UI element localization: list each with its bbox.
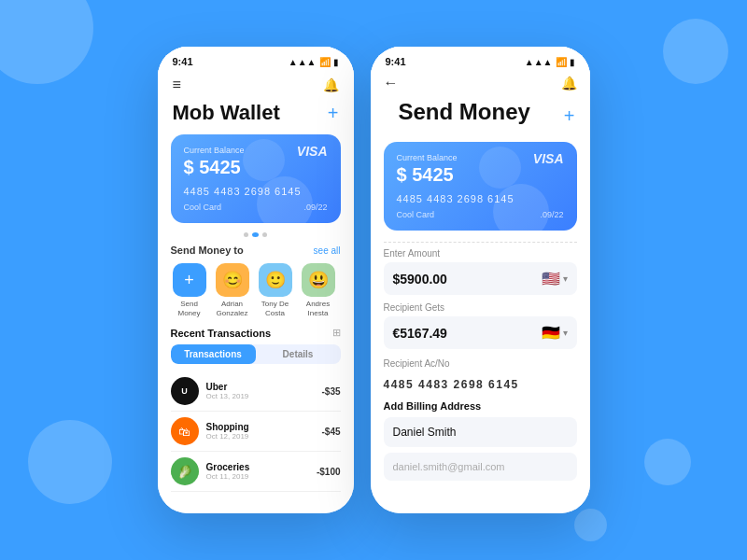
card-number-left: 4485 4483 2698 6145 [184, 186, 328, 197]
add-button-left[interactable]: + [328, 103, 339, 124]
transaction-shopping: 🛍 Shopping Oct 12, 2019 -$45 [171, 412, 341, 452]
recipient-acno-label: Recipient Ac/No [371, 357, 590, 371]
card-expiry-right: .09/22 [540, 210, 563, 219]
wifi-icon: 📶 [319, 57, 331, 67]
shopping-amount: -$45 [321, 427, 340, 437]
uber-date: Oct 13, 2019 [206, 392, 322, 400]
chevron-down-icon-2: ▾ [563, 328, 568, 338]
chevron-down-icon: ▾ [563, 273, 568, 284]
recipient-value[interactable]: €5167.49 [393, 326, 534, 341]
transactions-tabs: Transactions Details [171, 344, 341, 364]
see-all-link[interactable]: see all [314, 245, 341, 256]
card-left: Current Balance $ 5425 4485 4483 2698 61… [171, 134, 341, 223]
amount-currency-selector[interactable]: 🇺🇸 ▾ [542, 270, 568, 287]
recipient-acno-value: 4485 4483 2698 6145 [371, 374, 590, 397]
transactions-header: Recent Transactions ⊞ [158, 327, 354, 344]
groceries-icon: 🥬 [171, 457, 199, 485]
menu-icon[interactable]: ≡ [173, 77, 181, 93]
contact-avatar-andres: 😃 [302, 263, 335, 297]
battery-icon-right: ▮ [570, 57, 575, 67]
transaction-info-shopping: Shopping Oct 12, 2019 [206, 422, 322, 441]
status-time-right: 9:41 [386, 56, 406, 67]
billing-address-label: Add Billing Address [371, 397, 590, 417]
groceries-amount: -$100 [317, 467, 341, 477]
status-icons-left: ▲▲▲ 📶 ▮ [289, 57, 339, 67]
card-expiry-left: .09/22 [303, 203, 327, 212]
contact-tony[interactable]: 🙂 Tony DeCosta [257, 263, 294, 317]
contact-avatar-tony: 🙂 [259, 263, 292, 297]
contact-send-label: SendMoney [177, 300, 200, 317]
recipient-gets-label: Recipient Gets [384, 302, 577, 313]
contact-andres[interactable]: 😃 AndresInesta [300, 263, 337, 317]
transaction-info-uber: Uber Oct 13, 2019 [206, 382, 322, 400]
bell-icon-left[interactable]: 🔔 [323, 77, 339, 92]
groceries-date: Oct 11, 2019 [206, 472, 317, 481]
de-flag: 🇩🇪 [542, 324, 560, 342]
contact-name-tony: Tony DeCosta [261, 300, 289, 317]
status-bar-right: 9:41 ▲▲▲ 📶 ▮ [371, 47, 590, 71]
back-arrow[interactable]: ← [384, 75, 399, 91]
transaction-info-groceries: Groceries Oct 11, 2019 [206, 462, 317, 481]
send-money-avatar: + [173, 263, 206, 297]
phone-right: 9:41 ▲▲▲ 📶 ▮ ← 🔔 Send Money + [371, 47, 590, 513]
amount-row[interactable]: $5900.00 🇺🇸 ▾ [384, 262, 577, 295]
page-header-left: Mob Wallet + [158, 97, 354, 134]
wifi-icon-right: 📶 [556, 57, 567, 67]
transactions-title: Recent Transactions [171, 328, 272, 339]
card-number-right: 4485 4483 2698 6145 [397, 193, 564, 204]
page-header-right: Send Money + [371, 95, 590, 142]
shopping-name: Shopping [206, 422, 322, 432]
nav-bar-right: ← 🔔 [371, 71, 590, 95]
uber-icon: U [171, 377, 199, 405]
us-flag: 🇺🇸 [542, 270, 560, 287]
visa-brand-left: VISA [297, 144, 328, 159]
signal-icon: ▲▲▲ [289, 57, 317, 67]
contacts-row: + SendMoney 😊 AdrianGonzalez 🙂 Tony DeCo… [158, 263, 354, 327]
tab-details[interactable]: Details [256, 344, 341, 364]
card-divider [384, 242, 577, 243]
transaction-uber: U Uber Oct 13, 2019 -$35 [171, 371, 341, 412]
transaction-groceries: 🥬 Groceries Oct 11, 2019 -$100 [171, 452, 341, 492]
status-time-left: 9:41 [173, 56, 193, 67]
uber-name: Uber [206, 382, 322, 392]
status-icons-right: ▲▲▲ 📶 ▮ [525, 57, 575, 67]
phones-container: 9:41 ▲▲▲ 📶 ▮ ≡ 🔔 Mob Wallet + [158, 47, 590, 513]
send-section-header: Send Money to see all [158, 245, 354, 263]
recipient-row[interactable]: €5167.49 🇩🇪 ▾ [384, 316, 577, 349]
transactions-menu-icon[interactable]: ⊞ [332, 327, 341, 339]
contact-send-money[interactable]: + SendMoney [171, 263, 208, 317]
card-right: Current Balance $ 5425 4485 4483 2698 61… [384, 142, 577, 231]
shopping-date: Oct 12, 2019 [206, 432, 322, 441]
card-dots [158, 232, 354, 237]
page-title-right: Send Money [386, 99, 543, 133]
enter-amount-label: Enter Amount [384, 248, 577, 259]
card-name-left: Cool Card [184, 203, 222, 212]
bell-icon-right[interactable]: 🔔 [561, 76, 577, 91]
dot-3 [262, 232, 267, 237]
contact-adrian[interactable]: 😊 AdrianGonzalez [214, 263, 251, 317]
nav-bar-left: ≡ 🔔 [158, 71, 354, 97]
billing-email-input[interactable]: daniel.smith@gmail.com [384, 453, 577, 481]
amount-value[interactable]: $5900.00 [393, 272, 534, 287]
uber-amount: -$35 [321, 386, 340, 397]
shopping-icon: 🛍 [171, 417, 199, 445]
add-button-right[interactable]: + [564, 105, 575, 127]
billing-name-input[interactable]: Daniel Smith [384, 417, 577, 447]
status-bar-left: 9:41 ▲▲▲ 📶 ▮ [158, 47, 354, 71]
visa-brand-right: VISA [533, 151, 564, 166]
send-section-title: Send Money to [171, 245, 244, 256]
contact-avatar-adrian: 😊 [216, 263, 249, 297]
page-title-left: Mob Wallet [173, 101, 280, 125]
tab-transactions[interactable]: Transactions [171, 344, 256, 364]
form-section: Enter Amount $5900.00 🇺🇸 ▾ Recipient Get… [371, 248, 590, 349]
contact-name-andres: AndresInesta [306, 300, 330, 317]
recipient-currency-selector[interactable]: 🇩🇪 ▾ [542, 324, 568, 342]
battery-icon: ▮ [333, 57, 339, 67]
phone-left: 9:41 ▲▲▲ 📶 ▮ ≡ 🔔 Mob Wallet + [158, 47, 354, 513]
dot-1 [244, 232, 248, 237]
signal-icon-right: ▲▲▲ [525, 57, 553, 67]
transaction-list: U Uber Oct 13, 2019 -$35 🛍 Shopping Oct … [158, 371, 354, 492]
card-name-right: Cool Card [397, 210, 435, 219]
dot-2 [252, 232, 259, 237]
contact-name-adrian: AdrianGonzalez [217, 300, 248, 317]
